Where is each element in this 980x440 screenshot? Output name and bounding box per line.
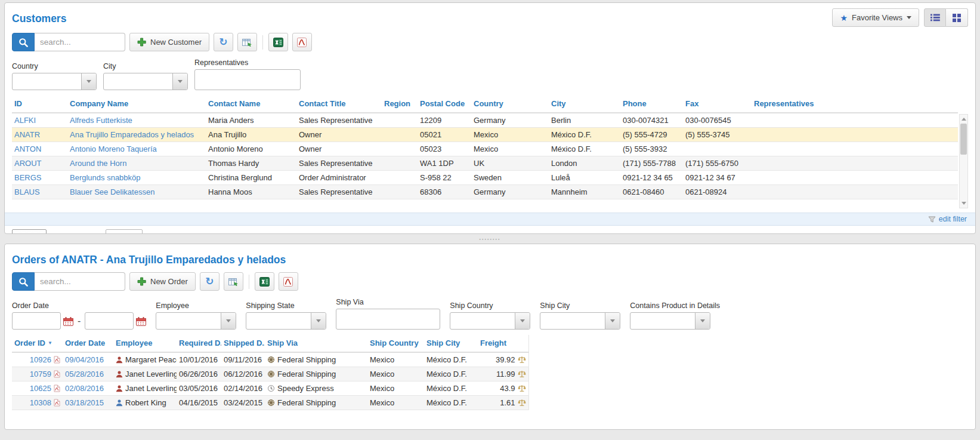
col-ship-city[interactable]: Ship City bbox=[424, 335, 478, 352]
company-name-link[interactable]: Blauer See Delikatessen bbox=[70, 187, 154, 196]
favorite-views-button[interactable]: ★ Favorite Views bbox=[832, 8, 919, 27]
scroll-down-button[interactable] bbox=[960, 199, 967, 208]
search-button[interactable] bbox=[12, 33, 35, 51]
representatives-filter-input[interactable] bbox=[194, 69, 301, 90]
list-view-toggle[interactable] bbox=[924, 8, 946, 27]
export-excel-button[interactable] bbox=[255, 272, 274, 291]
page-number-input[interactable] bbox=[106, 229, 143, 234]
chevron-down-icon[interactable] bbox=[695, 313, 710, 329]
panel-splitter[interactable]: ▪▪▪▪▪▪▪▪ bbox=[0, 234, 980, 244]
col-fax[interactable]: Fax bbox=[683, 96, 752, 113]
company-name-link[interactable]: Ana Trujillo Emparedados y helados bbox=[70, 130, 194, 139]
chevron-down-icon[interactable] bbox=[605, 313, 620, 329]
col-phone[interactable]: Phone bbox=[620, 96, 683, 113]
pdf-document-icon[interactable] bbox=[54, 356, 60, 364]
col-company-name[interactable]: Company Name bbox=[67, 96, 206, 113]
col-contact-title[interactable]: Contact Title bbox=[296, 96, 382, 113]
col-employee[interactable]: Employee bbox=[113, 335, 177, 352]
ship-via-filter-input[interactable] bbox=[336, 309, 440, 330]
customer-id-link[interactable]: BERGS bbox=[14, 173, 42, 182]
vertical-scrollbar[interactable] bbox=[959, 114, 968, 208]
refresh-button[interactable]: ↻ bbox=[214, 33, 233, 51]
customers-panel: Customers ★ Favorite Views bbox=[4, 2, 976, 234]
pdf-document-icon[interactable] bbox=[54, 384, 60, 392]
chevron-down-icon[interactable] bbox=[172, 73, 187, 90]
customers-search-input[interactable] bbox=[35, 33, 125, 51]
calendar-button[interactable] bbox=[63, 316, 73, 326]
order-id-link[interactable]: 10759 bbox=[30, 370, 51, 379]
edit-filter-link[interactable]: edit filter bbox=[939, 215, 967, 223]
order-id-link[interactable]: 10308 bbox=[30, 398, 51, 407]
employee-filter-select[interactable] bbox=[156, 312, 236, 330]
chevron-down-icon[interactable] bbox=[311, 313, 326, 329]
order-date-link[interactable]: 05/28/2016 bbox=[65, 370, 104, 379]
export-pdf-button[interactable] bbox=[292, 33, 312, 51]
col-required-date[interactable]: Required D... bbox=[177, 335, 221, 352]
page-size-select[interactable]: 100 bbox=[12, 229, 47, 234]
pdf-document-icon[interactable] bbox=[54, 399, 60, 407]
new-order-button[interactable]: New Order bbox=[129, 272, 196, 291]
choose-columns-button[interactable] bbox=[224, 272, 243, 291]
customer-id-link[interactable]: ANATR bbox=[14, 130, 40, 139]
col-freight[interactable]: Freight bbox=[478, 335, 528, 352]
refresh-button[interactable]: ↻ bbox=[200, 272, 220, 291]
order-id-link[interactable]: 10625 bbox=[30, 384, 51, 393]
export-pdf-button[interactable] bbox=[279, 272, 298, 291]
city-filter-select[interactable] bbox=[103, 73, 188, 90]
col-order-id-sorted-desc[interactable]: Order ID▼ bbox=[12, 335, 63, 352]
customer-id-link[interactable]: BLAUS bbox=[14, 187, 40, 196]
customer-row[interactable]: BLAUS Blauer See Delikatessen Hanna Moos… bbox=[12, 185, 958, 199]
customer-row[interactable]: BERGS Berglunds snabbköp Christina Bergl… bbox=[12, 171, 958, 185]
customer-row-selected[interactable]: ANATR Ana Trujillo Emparedados y helados… bbox=[12, 128, 958, 142]
customer-row[interactable]: ALFKI Alfreds Futterkiste Maria Anders S… bbox=[12, 113, 958, 128]
col-contact-name[interactable]: Contact Name bbox=[206, 96, 296, 113]
scroll-up-button[interactable] bbox=[960, 115, 967, 123]
customer-row[interactable]: ANTON Antonio Moreno Taquería Antonio Mo… bbox=[12, 142, 958, 156]
col-region[interactable]: Region bbox=[382, 96, 418, 113]
col-country[interactable]: Country bbox=[471, 96, 549, 113]
chevron-down-icon[interactable] bbox=[81, 73, 96, 90]
search-button[interactable] bbox=[12, 272, 35, 291]
customer-id-link[interactable]: ALFKI bbox=[14, 116, 36, 125]
chevron-down-icon[interactable] bbox=[221, 313, 236, 329]
order-id-link[interactable]: 10926 bbox=[30, 355, 51, 364]
col-id[interactable]: ID bbox=[12, 96, 67, 113]
choose-columns-button[interactable] bbox=[237, 33, 257, 51]
order-date-link[interactable]: 02/08/2016 bbox=[65, 384, 104, 393]
scrollbar-thumb[interactable] bbox=[960, 124, 967, 155]
col-shipped-date[interactable]: Shipped D... bbox=[221, 335, 265, 352]
col-ship-country[interactable]: Ship Country bbox=[367, 335, 424, 352]
customer-row[interactable]: AROUT Around the Horn Thomas Hardy Sales… bbox=[12, 156, 958, 171]
order-row[interactable]: 10926 09/04/2016 Margaret Peacock 10/01/… bbox=[12, 352, 528, 367]
col-ship-via[interactable]: Ship Via bbox=[265, 335, 367, 352]
ship-country-filter-select[interactable] bbox=[450, 312, 530, 330]
pdf-document-icon[interactable] bbox=[54, 370, 60, 378]
company-name-link[interactable]: Around the Horn bbox=[70, 159, 126, 168]
country-filter-select[interactable] bbox=[12, 73, 97, 90]
col-order-date[interactable]: Order Date bbox=[63, 335, 113, 352]
company-name-link[interactable]: Antonio Moreno Taquería bbox=[70, 144, 157, 153]
order-date-link[interactable]: 09/04/2016 bbox=[65, 355, 104, 364]
customer-id-link[interactable]: AROUT bbox=[14, 159, 42, 168]
calendar-button[interactable] bbox=[136, 316, 146, 326]
new-customer-button[interactable]: New Customer bbox=[129, 33, 209, 51]
order-date-from-input[interactable] bbox=[12, 312, 61, 330]
order-date-link[interactable]: 03/18/2015 bbox=[65, 398, 104, 407]
ship-city-filter-select[interactable] bbox=[540, 312, 620, 330]
customer-id-link[interactable]: ANTON bbox=[14, 144, 41, 153]
tile-view-toggle[interactable] bbox=[946, 8, 968, 27]
company-name-link[interactable]: Alfreds Futterkiste bbox=[70, 116, 132, 125]
shipping-state-filter-select[interactable] bbox=[246, 312, 326, 330]
col-postal-code[interactable]: Postal Code bbox=[418, 96, 471, 113]
col-city[interactable]: City bbox=[549, 96, 620, 113]
export-excel-button[interactable] bbox=[268, 33, 288, 51]
order-row[interactable]: 10759 05/28/2016 Janet Leverling 06/26/2… bbox=[12, 367, 528, 381]
order-row[interactable]: 10625 02/08/2016 Janet Leverling 03/05/2… bbox=[12, 381, 528, 396]
contains-product-filter-select[interactable] bbox=[630, 312, 710, 330]
orders-search-input[interactable] bbox=[35, 272, 125, 291]
col-representatives[interactable]: Representatives bbox=[752, 96, 958, 113]
order-row[interactable]: 10308 03/18/2015 Robert King 04/16/2015 … bbox=[12, 396, 528, 410]
chevron-down-icon[interactable] bbox=[515, 313, 530, 329]
order-date-to-input[interactable] bbox=[85, 312, 134, 330]
company-name-link[interactable]: Berglunds snabbköp bbox=[70, 173, 141, 182]
